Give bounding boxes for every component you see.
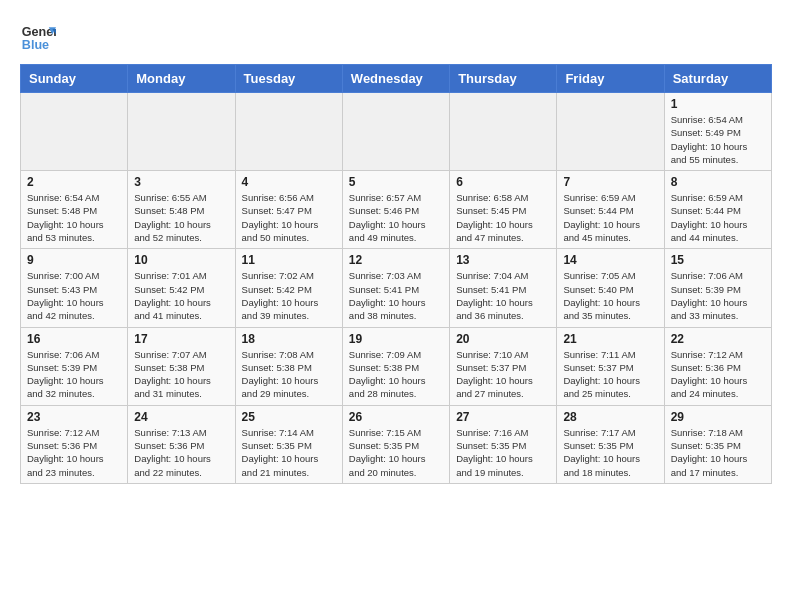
calendar-cell: 8Sunrise: 6:59 AM Sunset: 5:44 PM Daylig… xyxy=(664,171,771,249)
day-number: 29 xyxy=(671,410,765,424)
day-info: Sunrise: 7:04 AM Sunset: 5:41 PM Dayligh… xyxy=(456,269,550,322)
day-info: Sunrise: 6:57 AM Sunset: 5:46 PM Dayligh… xyxy=(349,191,443,244)
day-info: Sunrise: 6:56 AM Sunset: 5:47 PM Dayligh… xyxy=(242,191,336,244)
calendar-cell: 18Sunrise: 7:08 AM Sunset: 5:38 PM Dayli… xyxy=(235,327,342,405)
day-number: 10 xyxy=(134,253,228,267)
calendar-cell: 6Sunrise: 6:58 AM Sunset: 5:45 PM Daylig… xyxy=(450,171,557,249)
day-number: 19 xyxy=(349,332,443,346)
calendar-cell: 5Sunrise: 6:57 AM Sunset: 5:46 PM Daylig… xyxy=(342,171,449,249)
day-info: Sunrise: 7:06 AM Sunset: 5:39 PM Dayligh… xyxy=(27,348,121,401)
day-number: 1 xyxy=(671,97,765,111)
calendar-cell xyxy=(21,93,128,171)
day-number: 5 xyxy=(349,175,443,189)
day-info: Sunrise: 6:54 AM Sunset: 5:48 PM Dayligh… xyxy=(27,191,121,244)
svg-text:Blue: Blue xyxy=(22,38,49,52)
day-info: Sunrise: 6:59 AM Sunset: 5:44 PM Dayligh… xyxy=(671,191,765,244)
calendar-row: 1Sunrise: 6:54 AM Sunset: 5:49 PM Daylig… xyxy=(21,93,772,171)
calendar-cell: 22Sunrise: 7:12 AM Sunset: 5:36 PM Dayli… xyxy=(664,327,771,405)
day-number: 15 xyxy=(671,253,765,267)
day-info: Sunrise: 7:12 AM Sunset: 5:36 PM Dayligh… xyxy=(671,348,765,401)
calendar-cell: 7Sunrise: 6:59 AM Sunset: 5:44 PM Daylig… xyxy=(557,171,664,249)
day-info: Sunrise: 6:55 AM Sunset: 5:48 PM Dayligh… xyxy=(134,191,228,244)
day-info: Sunrise: 7:17 AM Sunset: 5:35 PM Dayligh… xyxy=(563,426,657,479)
day-info: Sunrise: 7:07 AM Sunset: 5:38 PM Dayligh… xyxy=(134,348,228,401)
calendar-cell xyxy=(342,93,449,171)
day-info: Sunrise: 6:58 AM Sunset: 5:45 PM Dayligh… xyxy=(456,191,550,244)
calendar-cell: 3Sunrise: 6:55 AM Sunset: 5:48 PM Daylig… xyxy=(128,171,235,249)
calendar-cell: 27Sunrise: 7:16 AM Sunset: 5:35 PM Dayli… xyxy=(450,405,557,483)
header: General Blue xyxy=(20,20,772,56)
calendar-row: 16Sunrise: 7:06 AM Sunset: 5:39 PM Dayli… xyxy=(21,327,772,405)
calendar: SundayMondayTuesdayWednesdayThursdayFrid… xyxy=(20,64,772,484)
day-info: Sunrise: 7:14 AM Sunset: 5:35 PM Dayligh… xyxy=(242,426,336,479)
day-number: 7 xyxy=(563,175,657,189)
day-info: Sunrise: 7:10 AM Sunset: 5:37 PM Dayligh… xyxy=(456,348,550,401)
day-number: 8 xyxy=(671,175,765,189)
day-number: 24 xyxy=(134,410,228,424)
day-info: Sunrise: 7:11 AM Sunset: 5:37 PM Dayligh… xyxy=(563,348,657,401)
day-number: 16 xyxy=(27,332,121,346)
calendar-cell xyxy=(235,93,342,171)
calendar-row: 9Sunrise: 7:00 AM Sunset: 5:43 PM Daylig… xyxy=(21,249,772,327)
day-info: Sunrise: 7:02 AM Sunset: 5:42 PM Dayligh… xyxy=(242,269,336,322)
calendar-cell xyxy=(128,93,235,171)
calendar-cell: 1Sunrise: 6:54 AM Sunset: 5:49 PM Daylig… xyxy=(664,93,771,171)
day-number: 17 xyxy=(134,332,228,346)
weekday-header-row: SundayMondayTuesdayWednesdayThursdayFrid… xyxy=(21,65,772,93)
calendar-cell: 13Sunrise: 7:04 AM Sunset: 5:41 PM Dayli… xyxy=(450,249,557,327)
calendar-cell: 4Sunrise: 6:56 AM Sunset: 5:47 PM Daylig… xyxy=(235,171,342,249)
day-info: Sunrise: 7:06 AM Sunset: 5:39 PM Dayligh… xyxy=(671,269,765,322)
day-info: Sunrise: 6:54 AM Sunset: 5:49 PM Dayligh… xyxy=(671,113,765,166)
calendar-row: 23Sunrise: 7:12 AM Sunset: 5:36 PM Dayli… xyxy=(21,405,772,483)
day-info: Sunrise: 7:12 AM Sunset: 5:36 PM Dayligh… xyxy=(27,426,121,479)
weekday-friday: Friday xyxy=(557,65,664,93)
day-number: 25 xyxy=(242,410,336,424)
calendar-cell: 21Sunrise: 7:11 AM Sunset: 5:37 PM Dayli… xyxy=(557,327,664,405)
day-number: 4 xyxy=(242,175,336,189)
calendar-cell: 20Sunrise: 7:10 AM Sunset: 5:37 PM Dayli… xyxy=(450,327,557,405)
day-number: 26 xyxy=(349,410,443,424)
day-info: Sunrise: 7:16 AM Sunset: 5:35 PM Dayligh… xyxy=(456,426,550,479)
logo: General Blue xyxy=(20,20,56,56)
day-number: 21 xyxy=(563,332,657,346)
page-container: General Blue SundayMondayTuesdayWednesda… xyxy=(20,20,772,484)
day-number: 9 xyxy=(27,253,121,267)
calendar-cell: 24Sunrise: 7:13 AM Sunset: 5:36 PM Dayli… xyxy=(128,405,235,483)
day-info: Sunrise: 7:08 AM Sunset: 5:38 PM Dayligh… xyxy=(242,348,336,401)
day-number: 28 xyxy=(563,410,657,424)
calendar-cell: 14Sunrise: 7:05 AM Sunset: 5:40 PM Dayli… xyxy=(557,249,664,327)
calendar-cell: 19Sunrise: 7:09 AM Sunset: 5:38 PM Dayli… xyxy=(342,327,449,405)
calendar-cell: 29Sunrise: 7:18 AM Sunset: 5:35 PM Dayli… xyxy=(664,405,771,483)
day-info: Sunrise: 6:59 AM Sunset: 5:44 PM Dayligh… xyxy=(563,191,657,244)
calendar-cell: 26Sunrise: 7:15 AM Sunset: 5:35 PM Dayli… xyxy=(342,405,449,483)
day-number: 27 xyxy=(456,410,550,424)
calendar-cell: 12Sunrise: 7:03 AM Sunset: 5:41 PM Dayli… xyxy=(342,249,449,327)
day-info: Sunrise: 7:15 AM Sunset: 5:35 PM Dayligh… xyxy=(349,426,443,479)
day-number: 13 xyxy=(456,253,550,267)
day-number: 18 xyxy=(242,332,336,346)
calendar-cell: 10Sunrise: 7:01 AM Sunset: 5:42 PM Dayli… xyxy=(128,249,235,327)
day-info: Sunrise: 7:05 AM Sunset: 5:40 PM Dayligh… xyxy=(563,269,657,322)
day-info: Sunrise: 7:13 AM Sunset: 5:36 PM Dayligh… xyxy=(134,426,228,479)
calendar-cell: 11Sunrise: 7:02 AM Sunset: 5:42 PM Dayli… xyxy=(235,249,342,327)
calendar-cell: 25Sunrise: 7:14 AM Sunset: 5:35 PM Dayli… xyxy=(235,405,342,483)
weekday-monday: Monday xyxy=(128,65,235,93)
day-number: 3 xyxy=(134,175,228,189)
calendar-cell: 15Sunrise: 7:06 AM Sunset: 5:39 PM Dayli… xyxy=(664,249,771,327)
day-info: Sunrise: 7:09 AM Sunset: 5:38 PM Dayligh… xyxy=(349,348,443,401)
calendar-cell: 23Sunrise: 7:12 AM Sunset: 5:36 PM Dayli… xyxy=(21,405,128,483)
day-info: Sunrise: 7:01 AM Sunset: 5:42 PM Dayligh… xyxy=(134,269,228,322)
day-info: Sunrise: 7:03 AM Sunset: 5:41 PM Dayligh… xyxy=(349,269,443,322)
weekday-thursday: Thursday xyxy=(450,65,557,93)
calendar-cell: 17Sunrise: 7:07 AM Sunset: 5:38 PM Dayli… xyxy=(128,327,235,405)
day-number: 2 xyxy=(27,175,121,189)
calendar-cell: 9Sunrise: 7:00 AM Sunset: 5:43 PM Daylig… xyxy=(21,249,128,327)
weekday-wednesday: Wednesday xyxy=(342,65,449,93)
calendar-cell xyxy=(450,93,557,171)
day-number: 20 xyxy=(456,332,550,346)
day-number: 23 xyxy=(27,410,121,424)
logo-icon: General Blue xyxy=(20,20,56,56)
day-number: 6 xyxy=(456,175,550,189)
weekday-saturday: Saturday xyxy=(664,65,771,93)
weekday-tuesday: Tuesday xyxy=(235,65,342,93)
